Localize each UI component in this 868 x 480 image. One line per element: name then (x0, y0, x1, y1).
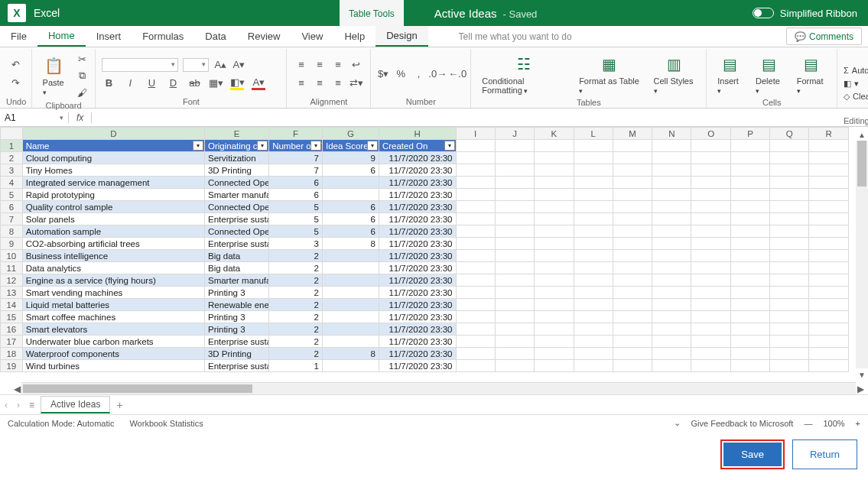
cell[interactable] (770, 287, 809, 299)
cell[interactable] (770, 336, 809, 348)
cell[interactable] (456, 177, 495, 189)
cell[interactable]: 5 (269, 213, 323, 225)
sheet-nav-prev[interactable]: ‹ (5, 400, 11, 410)
cell[interactable] (495, 164, 534, 177)
cell[interactable] (495, 360, 534, 372)
cell[interactable] (652, 348, 691, 360)
cell[interactable]: 11/7/2020 23:30 (379, 225, 456, 238)
cell[interactable] (535, 336, 574, 348)
cell[interactable]: Connected Oper (204, 177, 268, 189)
cell[interactable] (691, 213, 730, 225)
cell[interactable] (730, 299, 769, 311)
cell[interactable] (495, 238, 534, 250)
cell[interactable] (495, 177, 534, 189)
row-header[interactable]: 17 (1, 336, 23, 348)
cell[interactable]: 2 (269, 250, 323, 262)
zoom-in-button[interactable]: + (856, 419, 860, 428)
cell[interactable] (456, 348, 495, 360)
cell[interactable]: 11/7/2020 23:30 (379, 336, 456, 348)
cell[interactable] (809, 323, 849, 336)
horizontal-scrollbar[interactable]: ◀ ▶ (21, 382, 856, 394)
cell[interactable] (730, 140, 769, 152)
cell[interactable] (613, 140, 652, 152)
cell[interactable] (809, 213, 849, 225)
fill-button[interactable]: ◧ ▾ (844, 79, 868, 89)
cell[interactable]: Smart coffee machines (22, 311, 204, 323)
table-column-header[interactable]: Number of V (269, 140, 323, 152)
cell[interactable]: Rapid prototyping (22, 189, 204, 201)
column-header[interactable]: I (456, 128, 495, 140)
strike-button[interactable]: ab (187, 76, 201, 90)
cell[interactable] (730, 201, 769, 213)
cell[interactable]: 3D Printing (204, 164, 268, 177)
cell[interactable] (574, 213, 613, 225)
cell[interactable] (535, 250, 574, 262)
cell[interactable] (730, 152, 769, 164)
cell[interactable]: Waterproof components (22, 348, 204, 360)
cell[interactable] (691, 311, 730, 323)
cell[interactable]: Engine as a service (flying hours) (22, 274, 204, 287)
cell[interactable] (495, 311, 534, 323)
cell[interactable] (574, 177, 613, 189)
cell[interactable]: 7 (269, 152, 323, 164)
cell[interactable] (770, 213, 809, 225)
row-header[interactable]: 7 (1, 213, 23, 225)
italic-button[interactable]: I (123, 76, 137, 90)
filter-dropdown-icon[interactable] (193, 141, 203, 151)
cell[interactable] (535, 189, 574, 201)
cell[interactable] (652, 262, 691, 274)
table-column-header[interactable]: Created On (379, 140, 456, 152)
cell[interactable]: 11/7/2020 23:30 (379, 201, 456, 213)
cell[interactable]: 5 (269, 201, 323, 213)
cell[interactable] (322, 360, 379, 372)
cell[interactable] (691, 323, 730, 336)
cell[interactable]: 6 (322, 225, 379, 238)
cell[interactable] (613, 299, 652, 311)
cell[interactable]: Enterprise susta (204, 238, 268, 250)
cell[interactable] (809, 274, 849, 287)
cell[interactable] (730, 323, 769, 336)
row-header[interactable]: 11 (1, 262, 23, 274)
cell[interactable] (809, 152, 849, 164)
cell[interactable] (535, 238, 574, 250)
column-header[interactable]: R (809, 128, 849, 140)
cell[interactable]: 9 (322, 152, 379, 164)
cell[interactable] (613, 225, 652, 238)
font-color-button[interactable]: A▾ (252, 76, 265, 90)
cell[interactable]: 2 (269, 262, 323, 274)
simplified-ribbon-toggle[interactable]: Simplified Ribbon (753, 8, 857, 19)
delete-cells-button[interactable]: ▤Delete (751, 52, 788, 96)
cell[interactable]: 11/7/2020 23:30 (379, 311, 456, 323)
row-header[interactable]: 6 (1, 201, 23, 213)
grow-font-button[interactable]: A▴ (213, 58, 227, 72)
tab-formulas[interactable]: Formulas (132, 26, 194, 47)
cell[interactable] (574, 360, 613, 372)
cell[interactable] (574, 152, 613, 164)
format-painter-button[interactable]: 🖌 (75, 86, 89, 99)
cell[interactable] (613, 201, 652, 213)
fill-color-button[interactable]: ◧▾ (230, 76, 244, 90)
column-header[interactable]: O (691, 128, 730, 140)
cell[interactable]: Quality control sample (22, 201, 204, 213)
cell[interactable] (574, 336, 613, 348)
column-header[interactable]: F (269, 128, 323, 140)
row-header[interactable]: 13 (1, 287, 23, 299)
cell[interactable] (730, 360, 769, 372)
cell[interactable] (456, 299, 495, 311)
cell[interactable] (322, 274, 379, 287)
cell[interactable] (691, 225, 730, 238)
cell[interactable]: Servitization (204, 152, 268, 164)
cell[interactable] (495, 348, 534, 360)
cell[interactable] (495, 250, 534, 262)
cell[interactable]: CO2-absorbing artificial trees (22, 238, 204, 250)
double-underline-button[interactable]: D (166, 76, 180, 90)
cell[interactable]: Underwater blue carbon markets (22, 336, 204, 348)
cell[interactable] (809, 262, 849, 274)
save-button[interactable]: Save (723, 443, 782, 466)
cell[interactable] (691, 299, 730, 311)
cell[interactable] (652, 140, 691, 152)
cell[interactable] (574, 189, 613, 201)
zoom-out-button[interactable]: — (804, 419, 812, 428)
cell[interactable] (652, 360, 691, 372)
row-header[interactable]: 1 (1, 140, 23, 152)
